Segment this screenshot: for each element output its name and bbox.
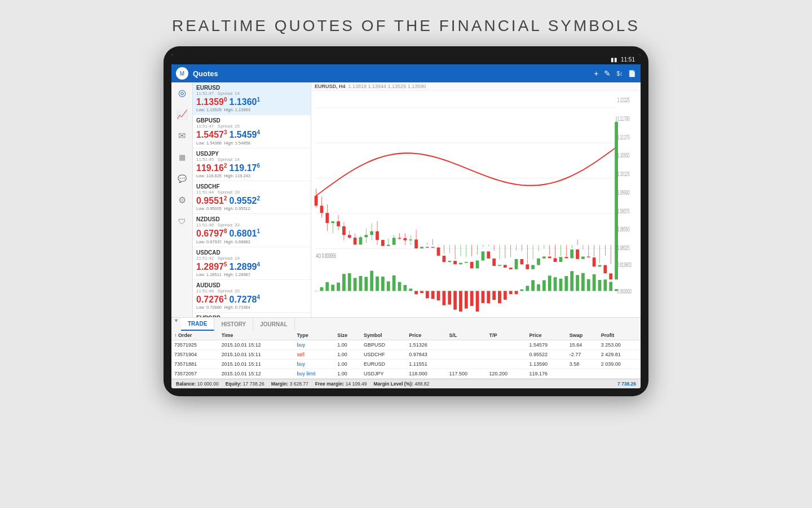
table-row: 73572057 2015.10.01 15:12 buy limit 1.00…	[171, 369, 641, 379]
tab-trade[interactable]: TRADE	[181, 318, 214, 331]
svg-text:1.09075: 1.09075	[617, 208, 630, 214]
svg-rect-136	[370, 271, 373, 291]
table-header: Symbol	[361, 331, 406, 340]
currency-icon[interactable]: $↕	[616, 71, 623, 77]
sidebar-item-terminal[interactable]: ▦	[174, 149, 190, 165]
quote-item[interactable]: USDCHF 11:51:44 Spread: 10 0.95512 0.955…	[193, 181, 311, 214]
svg-rect-113	[587, 257, 590, 258]
quote-item[interactable]: EURUSD 11:51:47 Spread: 14 1.13590 1.136…	[193, 82, 311, 115]
svg-rect-169	[554, 277, 557, 291]
tab-arrow[interactable]: ▼	[171, 318, 181, 331]
svg-rect-33	[364, 235, 368, 237]
table-header: Type	[294, 331, 334, 340]
svg-rect-175	[587, 279, 590, 291]
svg-rect-101	[554, 258, 557, 262]
svg-rect-39	[381, 240, 385, 246]
svg-rect-31	[359, 237, 363, 244]
svg-rect-168	[548, 275, 551, 291]
svg-rect-89	[520, 259, 524, 264]
table-header: Size	[334, 331, 361, 340]
svg-rect-55	[426, 247, 429, 247]
chart-area: EURUSD, H4 1.13818 1.13944 1.13525 1.135…	[311, 82, 641, 317]
quote-item[interactable]: GBPUSD 11:51:47 Spread: 15 1.54573 1.545…	[193, 115, 311, 148]
sidebar-item-shield[interactable]: 🛡	[174, 213, 190, 229]
quote-item[interactable]: AUDUSD 11:51:48 Spread: 20 0.72761 0.727…	[193, 280, 311, 313]
svg-rect-71	[470, 262, 474, 269]
svg-rect-131	[342, 274, 346, 291]
svg-rect-161	[509, 291, 513, 294]
table-header: ↑ Order	[171, 331, 219, 340]
svg-rect-107	[570, 249, 573, 259]
status-time: 11:51	[621, 56, 635, 63]
svg-rect-179	[609, 282, 612, 291]
table-header: Price	[527, 331, 567, 340]
svg-rect-27	[348, 235, 351, 238]
svg-rect-163	[520, 290, 524, 291]
quote-item[interactable]: EURGBP 0.73475 0.73496	[193, 313, 311, 317]
svg-rect-117	[598, 265, 602, 267]
equity-label: Equity: 17 738.26	[226, 381, 264, 387]
quote-item[interactable]: USDCAD 11:51:42 Spread: 19 1.28975 1.289…	[193, 247, 311, 280]
sidebar-item-chat[interactable]: 💬	[174, 170, 190, 186]
chart-container[interactable]: 1.122251.117001.111751.106501.101251.096…	[311, 91, 641, 317]
trade-table: ↑ OrderTimeTypeSizeSymbolPriceS/LT/PPric…	[171, 331, 641, 379]
sidebar-item-settings[interactable]: ⚙	[174, 192, 190, 208]
tablet-outer: ▮▮ 11:51 M Quotes + ✎ $↕ 📄 ◎ 📈	[164, 46, 648, 396]
bottom-tabs: ▼ TRADE HISTORY JOURNAL	[171, 317, 641, 331]
svg-rect-61	[442, 256, 445, 262]
svg-text:1.11175: 1.11175	[617, 134, 630, 141]
margin-label: Margin: 3 628.77	[271, 381, 308, 387]
svg-rect-19	[325, 213, 329, 223]
doc-icon[interactable]: 📄	[628, 70, 636, 77]
add-icon[interactable]: +	[594, 69, 598, 78]
svg-rect-153	[465, 291, 468, 308]
svg-rect-99	[548, 256, 551, 258]
svg-rect-95	[537, 259, 540, 265]
quote-item[interactable]: NZDUSD 11:51:48 Spread: 33 0.67978 0.680…	[193, 214, 311, 247]
svg-rect-79	[492, 259, 496, 266]
svg-rect-85	[509, 268, 513, 269]
sidebar-item-chart[interactable]: 📈	[174, 106, 190, 122]
table-row: 73571881 2015.10.01 15:11 buy 1.00 EURUS…	[171, 360, 641, 369]
edit-icon[interactable]: ✎	[604, 69, 611, 78]
svg-rect-57	[431, 247, 435, 247]
svg-rect-43	[392, 238, 396, 244]
svg-rect-154	[470, 291, 474, 306]
sidebar-item-mail[interactable]: ✉	[174, 128, 190, 143]
svg-text:1.08550: 1.08550	[617, 227, 630, 233]
app-title: Quotes	[193, 69, 589, 78]
tab-journal[interactable]: JOURNAL	[253, 318, 294, 331]
svg-rect-162	[515, 291, 518, 294]
svg-rect-141	[398, 282, 401, 291]
svg-rect-157	[487, 291, 490, 303]
svg-rect-149	[442, 291, 445, 305]
svg-rect-15	[315, 196, 318, 206]
svg-rect-171	[564, 276, 568, 291]
svg-rect-69	[465, 262, 468, 263]
table-header: S/L	[446, 331, 486, 340]
svg-rect-41	[387, 245, 390, 246]
top-bar: M Quotes + ✎ $↕ 📄	[171, 64, 641, 82]
svg-rect-123	[615, 122, 618, 279]
svg-text:1.12225: 1.12225	[617, 98, 630, 104]
svg-rect-173	[576, 275, 579, 291]
svg-rect-133	[354, 278, 357, 291]
svg-rect-83	[504, 265, 507, 268]
svg-rect-166	[537, 284, 540, 291]
svg-rect-145	[420, 291, 423, 293]
sidebar-item-quotes[interactable]: ◎	[174, 85, 190, 100]
svg-rect-53	[420, 247, 423, 248]
svg-text:1.08025: 1.08025	[617, 246, 630, 252]
svg-rect-21	[331, 221, 334, 223]
svg-rect-144	[414, 291, 418, 294]
svg-rect-146	[426, 291, 429, 298]
page-title: REALTIME QUOTES OF THE FINANCIAL SYMBOLS	[172, 0, 640, 46]
status-bar: ▮▮ 11:51	[171, 54, 641, 64]
svg-rect-129	[331, 284, 334, 291]
table-header: Time	[219, 331, 294, 340]
footer-profit: 7 738.26	[617, 381, 636, 387]
quote-item[interactable]: USDJPY 11:51:45 Spread: 14 119.162 119.1…	[193, 148, 311, 181]
tab-history[interactable]: HISTORY	[214, 318, 253, 331]
svg-rect-134	[359, 276, 363, 291]
table-header: Profit	[598, 331, 641, 340]
